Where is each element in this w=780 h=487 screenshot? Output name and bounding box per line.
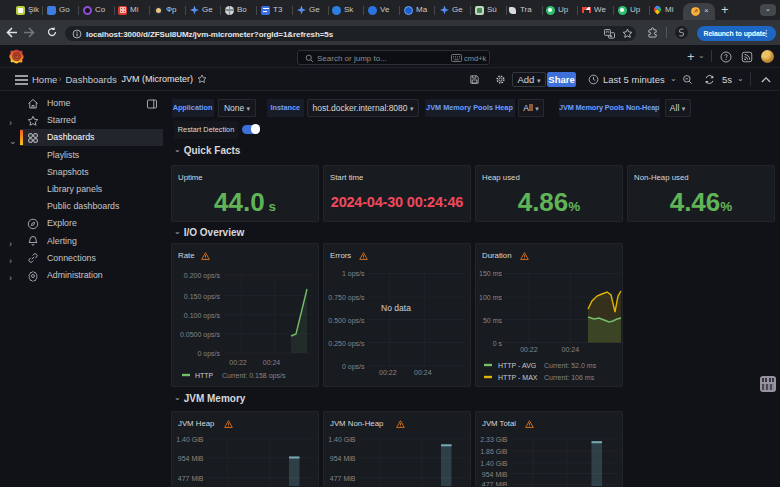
svg-text:Current: 0.158 ops/s: Current: 0.158 ops/s: [222, 372, 286, 380]
svg-text:477 MiB: 477 MiB: [330, 475, 356, 482]
svg-text:0.200 ops/s: 0.200 ops/s: [184, 272, 221, 280]
svg-text:1 ops/s: 1 ops/s: [342, 270, 365, 278]
svg-text:HTTP - AVG: HTTP - AVG: [498, 362, 536, 369]
svg-text:954 MiB: 954 MiB: [482, 471, 508, 478]
svg-text:50 ms: 50 ms: [483, 317, 503, 324]
svg-text:0.100 ops/s: 0.100 ops/s: [184, 312, 221, 320]
svg-text:1.40 GiB: 1.40 GiB: [176, 436, 204, 443]
svg-text:0.500 ops/s: 0.500 ops/s: [328, 317, 365, 325]
svg-text:0 ops/s: 0 ops/s: [197, 350, 220, 358]
svg-text:00:22: 00:22: [379, 369, 397, 376]
svg-text:100 ms: 100 ms: [479, 294, 502, 301]
svg-text:00:24: 00:24: [562, 346, 580, 353]
svg-text:0 ops/s: 0 ops/s: [342, 363, 365, 371]
svg-text:Current: 106 ms: Current: 106 ms: [544, 374, 595, 381]
svg-text:2.33 GiB: 2.33 GiB: [480, 436, 508, 443]
svg-text:954 MiB: 954 MiB: [330, 455, 356, 462]
svg-text:No data: No data: [381, 303, 411, 313]
svg-text:HTTP: HTTP: [195, 372, 214, 379]
svg-text:477 MiB: 477 MiB: [178, 475, 204, 482]
svg-text:00:22: 00:22: [520, 346, 538, 353]
svg-text:0 s: 0 s: [493, 340, 503, 347]
svg-text:150 ms: 150 ms: [479, 270, 502, 277]
svg-text:477 MiB: 477 MiB: [482, 481, 508, 486]
svg-text:0.250 ops/s: 0.250 ops/s: [328, 340, 365, 348]
svg-text:1.40 GiB: 1.40 GiB: [328, 436, 356, 443]
svg-text:00:22: 00:22: [229, 359, 247, 366]
svg-text:0.0500 ops/s: 0.0500 ops/s: [180, 331, 221, 339]
svg-text:00:24: 00:24: [263, 359, 281, 366]
svg-text:HTTP - MAX: HTTP - MAX: [498, 374, 538, 381]
svg-text:1.40 GiB: 1.40 GiB: [480, 460, 508, 467]
svg-text:Current: 52.0 ms: Current: 52.0 ms: [544, 362, 597, 369]
svg-text:0.150 ops/s: 0.150 ops/s: [184, 293, 221, 301]
svg-text:00:24: 00:24: [414, 369, 432, 376]
svg-text:954 MiB: 954 MiB: [178, 455, 204, 462]
svg-text:1.86 GiB: 1.86 GiB: [480, 448, 508, 455]
svg-text:0.750 ops/s: 0.750 ops/s: [328, 294, 365, 302]
